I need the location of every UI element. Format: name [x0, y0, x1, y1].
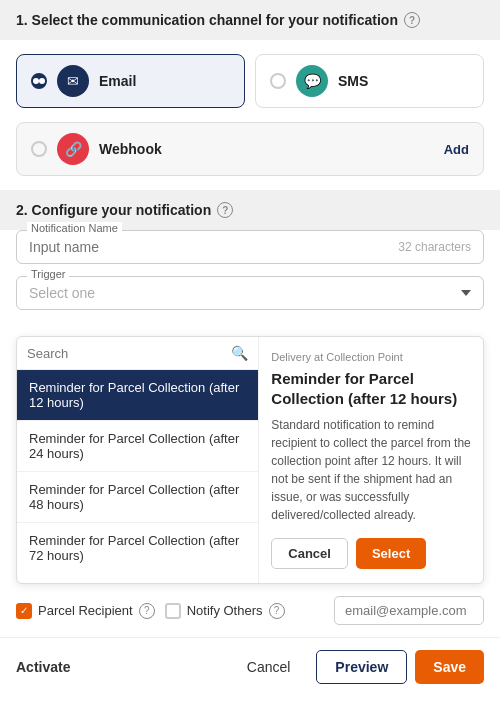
- dropdown-left: 🔍 Reminder for Parcel Collection (after …: [17, 337, 259, 583]
- email-radio[interactable]: [31, 73, 47, 89]
- chevron-down-icon: [461, 290, 471, 296]
- sms-icon: 💬: [296, 65, 328, 97]
- webhook-row: 🔗 Webhook Add: [0, 122, 500, 190]
- notify-others-text: Notify Others: [187, 603, 263, 618]
- notification-name-wrapper: Notification Name 32 characters: [16, 230, 484, 264]
- channel-options: ✉ Email 💬 SMS: [0, 40, 500, 122]
- activate-label: Activate: [16, 659, 70, 675]
- parcel-recipient-label[interactable]: ✓ Parcel Recipient ?: [16, 603, 155, 619]
- dropdown-item-3[interactable]: Reminder for Parcel Collection (after 72…: [17, 523, 258, 573]
- sms-radio[interactable]: [270, 73, 286, 89]
- parcel-recipient-checkbox[interactable]: ✓: [16, 603, 32, 619]
- trigger-field-label: Trigger: [27, 268, 69, 280]
- section2-label: 2. Configure your notification: [16, 202, 211, 218]
- detail-description: Standard notification to remind recipien…: [271, 416, 471, 524]
- email-label: Email: [99, 73, 136, 89]
- section1-header: 1. Select the communication channel for …: [0, 0, 500, 40]
- section1-label: 1. Select the communication channel for …: [16, 12, 398, 28]
- section2-help-icon[interactable]: ?: [217, 202, 233, 218]
- dropdown-actions: Cancel Select: [271, 538, 471, 569]
- footer-cancel-button[interactable]: Cancel: [229, 650, 309, 684]
- notify-others-label[interactable]: Notify Others ?: [165, 603, 285, 619]
- dropdown-item-1[interactable]: Reminder for Parcel Collection (after 24…: [17, 421, 258, 472]
- footer-bar: Activate Cancel Preview Save: [0, 637, 500, 696]
- notify-others-checkbox[interactable]: [165, 603, 181, 619]
- dropdown-item-0[interactable]: Reminder for Parcel Collection (after 12…: [17, 370, 258, 421]
- save-button[interactable]: Save: [415, 650, 484, 684]
- detail-title: Reminder for Parcel Collection (after 12…: [271, 369, 471, 408]
- webhook-radio[interactable]: [31, 141, 47, 157]
- char-count: 32 characters: [398, 240, 471, 254]
- dropdown-search-input[interactable]: [27, 346, 225, 361]
- notify-email-input[interactable]: [334, 596, 484, 625]
- trigger-group: Trigger Select one: [16, 276, 484, 310]
- detail-category: Delivery at Collection Point: [271, 351, 471, 363]
- channel-webhook[interactable]: 🔗 Webhook Add: [16, 122, 484, 176]
- bottom-options: ✓ Parcel Recipient ? Notify Others ?: [0, 584, 500, 637]
- notification-name-group: Notification Name 32 characters: [16, 230, 484, 264]
- dropdown-select-button[interactable]: Select: [356, 538, 426, 569]
- webhook-icon: 🔗: [57, 133, 89, 165]
- channel-email[interactable]: ✉ Email: [16, 54, 245, 108]
- webhook-add-label[interactable]: Add: [444, 142, 469, 157]
- trigger-placeholder: Select one: [29, 285, 461, 301]
- webhook-label: Webhook: [99, 141, 162, 157]
- dropdown-cancel-button[interactable]: Cancel: [271, 538, 348, 569]
- search-icon: 🔍: [231, 345, 248, 361]
- dropdown-container: 🔍 Reminder for Parcel Collection (after …: [16, 336, 484, 584]
- trigger-wrapper[interactable]: Trigger Select one: [16, 276, 484, 310]
- parcel-recipient-text: Parcel Recipient: [38, 603, 133, 618]
- configure-section: Notification Name 32 characters Trigger …: [0, 230, 500, 336]
- sms-label: SMS: [338, 73, 368, 89]
- dropdown-item-2[interactable]: Reminder for Parcel Collection (after 48…: [17, 472, 258, 523]
- notify-others-help-icon[interactable]: ?: [269, 603, 285, 619]
- channel-sms[interactable]: 💬 SMS: [255, 54, 484, 108]
- trigger-select-row[interactable]: Select one: [29, 285, 471, 301]
- email-icon: ✉: [57, 65, 89, 97]
- notification-name-field-label: Notification Name: [27, 222, 122, 234]
- footer-actions: Cancel Preview Save: [229, 650, 484, 684]
- preview-button[interactable]: Preview: [316, 650, 407, 684]
- dropdown-right: Delivery at Collection Point Reminder fo…: [259, 337, 483, 583]
- dropdown-search-bar: 🔍: [17, 337, 258, 370]
- page: 1. Select the communication channel for …: [0, 0, 500, 718]
- section1-help-icon[interactable]: ?: [404, 12, 420, 28]
- parcel-recipient-help-icon[interactable]: ?: [139, 603, 155, 619]
